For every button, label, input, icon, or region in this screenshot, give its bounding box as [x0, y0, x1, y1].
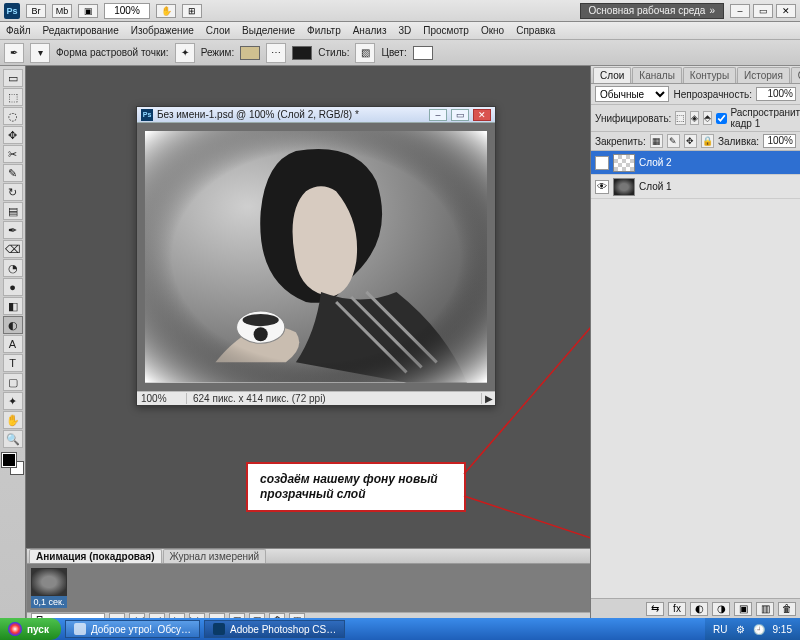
tab-channels[interactable]: Каналы	[632, 67, 682, 83]
layer-visibility-toggle[interactable]: 👁	[595, 156, 609, 170]
tool-path-select[interactable]: A	[3, 335, 23, 353]
link-layers-button[interactable]: ⇆	[646, 602, 664, 616]
menu-layer[interactable]: Слои	[206, 25, 230, 36]
doc-zoom-field[interactable]: 100%	[137, 393, 187, 404]
canvas-viewport[interactable]	[137, 123, 495, 390]
fill-field[interactable]: 100%	[763, 134, 796, 148]
layer-fx-button[interactable]: fx	[668, 602, 686, 616]
menu-select[interactable]: Выделение	[242, 25, 295, 36]
clock[interactable]: 9:15	[773, 624, 792, 635]
secondary-swatch[interactable]	[292, 46, 312, 60]
canvas[interactable]	[145, 131, 487, 382]
tool-move[interactable]: ▭	[3, 69, 23, 87]
tool-heal[interactable]: ↻	[3, 183, 23, 201]
doc-close-button[interactable]: ✕	[473, 109, 491, 121]
menu-help[interactable]: Справка	[516, 25, 555, 36]
tab-history[interactable]: История	[737, 67, 790, 83]
animation-frame-1[interactable]: 0,1 сек.	[31, 568, 67, 608]
window-close-button[interactable]: ✕	[776, 4, 796, 18]
taskbar-item-photoshop[interactable]: Adobe Photoshop CS…	[204, 620, 345, 638]
current-tool-icon[interactable]: ✒	[4, 43, 24, 63]
propagate-frame-input[interactable]	[716, 113, 727, 124]
layer-row[interactable]: 👁 Слой 2	[591, 151, 800, 175]
unify-visibility-button[interactable]: ◈	[690, 111, 699, 125]
tab-animation[interactable]: Анимация (покадровая)	[29, 549, 162, 563]
tool-preset-dropdown[interactable]: ▾	[30, 43, 50, 63]
lock-all-button[interactable]: 🔒	[701, 134, 714, 148]
layer-row[interactable]: 👁 Слой 1	[591, 175, 800, 199]
window-minimize-button[interactable]: –	[730, 4, 750, 18]
lock-pixels-button[interactable]: ▦	[650, 134, 663, 148]
zoom-level-field[interactable]: 100%	[104, 3, 150, 19]
add-mask-button[interactable]: ◐	[690, 602, 708, 616]
style-picker[interactable]: ▧	[355, 43, 375, 63]
taskbar-item-browser[interactable]: Доброе утро!. Обсу…	[65, 620, 200, 638]
propagate-frame-checkbox[interactable]: Распространить кадр 1	[716, 107, 800, 129]
tool-blur[interactable]: ●	[3, 278, 23, 296]
new-layer-button[interactable]: ▥	[756, 602, 774, 616]
layer-visibility-toggle[interactable]: 👁	[595, 180, 609, 194]
tool-hand[interactable]: ✋	[3, 411, 23, 429]
start-button[interactable]: пуск	[0, 618, 61, 640]
tool-crop[interactable]: ✂	[3, 145, 23, 163]
unify-position-button[interactable]: ⬚	[675, 111, 686, 125]
tool-custom-shape[interactable]: ✦	[3, 392, 23, 410]
menu-3d[interactable]: 3D	[398, 25, 411, 36]
tool-pen[interactable]: ◐	[3, 316, 23, 334]
language-indicator[interactable]: RU	[713, 624, 727, 635]
tool-type[interactable]: T	[3, 354, 23, 372]
tool-zoom[interactable]: 🔍	[3, 430, 23, 448]
lock-position-button[interactable]: ✥	[684, 134, 697, 148]
menu-view[interactable]: Просмотр	[423, 25, 469, 36]
tool-marquee[interactable]: ⬚	[3, 88, 23, 106]
document-titlebar[interactable]: Ps Без имени-1.psd @ 100% (Слой 2, RGB/8…	[137, 107, 495, 123]
bridge-button[interactable]: Br	[26, 4, 46, 18]
tray-icon[interactable]: ⚙	[736, 624, 745, 635]
blend-mode-select[interactable]: Обычные	[595, 86, 669, 102]
tool-rectangle[interactable]: ▢	[3, 373, 23, 391]
menu-analysis[interactable]: Анализ	[353, 25, 387, 36]
layer-name[interactable]: Слой 1	[639, 181, 672, 192]
menu-window[interactable]: Окно	[481, 25, 504, 36]
window-maximize-button[interactable]: ▭	[753, 4, 773, 18]
opacity-field[interactable]: 100%	[756, 87, 796, 101]
lock-paint-button[interactable]: ✎	[667, 134, 680, 148]
mode-swatch[interactable]	[240, 46, 260, 60]
doc-maximize-button[interactable]: ▭	[451, 109, 469, 121]
menu-image[interactable]: Изображение	[131, 25, 194, 36]
minibridge-button[interactable]: Mb	[52, 4, 72, 18]
tool-brush[interactable]: ▤	[3, 202, 23, 220]
tool-eyedropper[interactable]: ✎	[3, 164, 23, 182]
tray-icon[interactable]: 🕘	[753, 624, 765, 635]
doc-minimize-button[interactable]: –	[429, 109, 447, 121]
tool-lasso[interactable]: ◌	[3, 107, 23, 125]
frame-duration[interactable]: 0,1 сек.	[31, 596, 67, 608]
tool-dodge[interactable]: ◧	[3, 297, 23, 315]
hand-scroll-button[interactable]: ✋	[156, 4, 176, 18]
zoom-mode-button[interactable]: ⊞	[182, 4, 202, 18]
tool-eraser[interactable]: ⌫	[3, 240, 23, 258]
tool-gradient[interactable]: ◔	[3, 259, 23, 277]
new-group-button[interactable]: ▣	[734, 602, 752, 616]
menu-file[interactable]: Файл	[6, 25, 31, 36]
color-swatches[interactable]	[2, 453, 24, 475]
menu-edit[interactable]: Редактирование	[43, 25, 119, 36]
pen-options-button[interactable]: ⋯	[266, 43, 286, 63]
layer-name[interactable]: Слой 2	[639, 157, 672, 168]
pen-shape-picker[interactable]: ✦	[175, 43, 195, 63]
tab-layers[interactable]: Слои	[593, 67, 631, 83]
tab-actions[interactable]: Операции	[791, 67, 800, 83]
workspace-switcher[interactable]: Основная рабочая среда »	[580, 3, 724, 19]
unify-style-button[interactable]: ⬘	[703, 111, 712, 125]
color-picker[interactable]	[413, 46, 433, 60]
tab-paths[interactable]: Контуры	[683, 67, 736, 83]
tool-wand[interactable]: ✥	[3, 126, 23, 144]
delete-layer-button[interactable]: 🗑	[778, 602, 796, 616]
tab-measurement-log[interactable]: Журнал измерений	[163, 549, 267, 563]
tool-stamp[interactable]: ✒	[3, 221, 23, 239]
viewmode-button[interactable]: ▣	[78, 4, 98, 18]
adjustment-layer-button[interactable]: ◑	[712, 602, 730, 616]
animation-frames-strip[interactable]: 0,1 сек.	[27, 564, 590, 612]
menu-filter[interactable]: Фильтр	[307, 25, 341, 36]
foreground-color-swatch[interactable]	[2, 453, 16, 467]
